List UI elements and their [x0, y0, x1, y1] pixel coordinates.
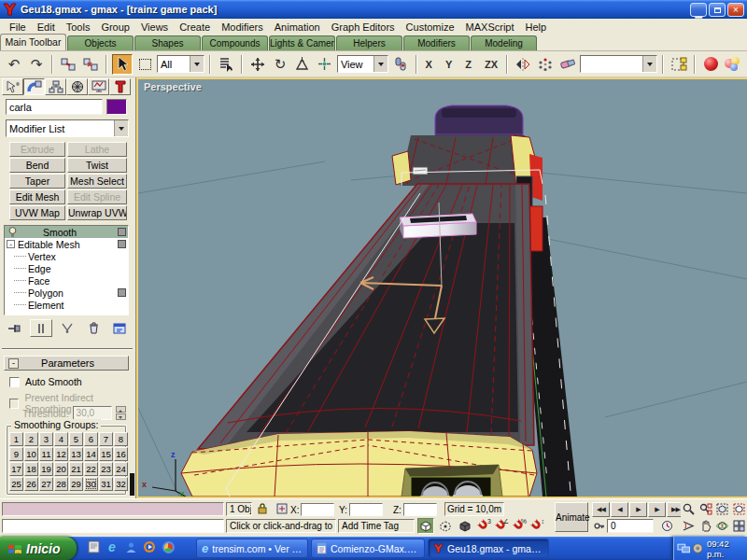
- percent-snap-button[interactable]: %: [510, 518, 527, 534]
- smoothing-group-25-button[interactable]: 25: [9, 477, 23, 491]
- smoothing-group-29-button[interactable]: 29: [69, 477, 83, 491]
- configure-modifier-sets-icon[interactable]: [108, 319, 131, 337]
- menu-views[interactable]: Views: [135, 21, 174, 34]
- stack-swatch-icon[interactable]: [118, 240, 126, 248]
- select-object-icon[interactable]: [112, 54, 133, 75]
- smoothing-group-6-button[interactable]: 6: [84, 432, 98, 446]
- object-color-swatch[interactable]: [106, 99, 127, 115]
- viewport-canvas[interactable]: z x y: [138, 79, 747, 497]
- browser-orb-icon[interactable]: [161, 539, 176, 554]
- stack-row-editable-mesh[interactable]: -Editable Mesh: [5, 238, 128, 250]
- select-by-name-icon[interactable]: [216, 54, 236, 75]
- taskbar-task-geu18-gmax-gmax[interactable]: Geu18.gmax - gmax -...: [428, 539, 549, 558]
- menu-animation[interactable]: Animation: [269, 21, 326, 34]
- internet-explorer-icon[interactable]: e: [105, 539, 120, 554]
- menu-tools[interactable]: Tools: [61, 21, 96, 34]
- menu-group[interactable]: Group: [95, 21, 135, 34]
- angle-snap-button[interactable]: ∠: [492, 518, 509, 534]
- min-max-toggle-icon[interactable]: [731, 518, 747, 534]
- bend-button[interactable]: Bend: [9, 158, 65, 173]
- reference-coordinate-dropdown[interactable]: View: [337, 55, 388, 73]
- toolbar-tab-compounds[interactable]: Compounds: [202, 35, 268, 50]
- select-and-move-icon[interactable]: [247, 54, 268, 75]
- smoothing-group-18-button[interactable]: 18: [24, 462, 38, 476]
- redo-icon[interactable]: ↷: [26, 54, 47, 75]
- selection-region-icon[interactable]: [134, 54, 155, 75]
- restore-button[interactable]: [709, 3, 726, 17]
- utilities-tab-icon[interactable]: [109, 78, 131, 95]
- schematic-view-icon[interactable]: [669, 54, 689, 75]
- toolbar-tab-modeling[interactable]: Modeling: [471, 35, 537, 50]
- modifier-bulb-icon[interactable]: [8, 227, 17, 238]
- smoothing-group-11-button[interactable]: 11: [39, 447, 53, 461]
- select-and-link-icon[interactable]: [58, 54, 78, 75]
- taper-button[interactable]: Taper: [9, 174, 65, 189]
- stack-row-face[interactable]: Face: [5, 274, 128, 287]
- toolbar-tab-main-toolbar[interactable]: Main Toolbar: [0, 34, 66, 50]
- network-monitors-icon[interactable]: [677, 542, 690, 554]
- maxscript-listener-white[interactable]: [2, 519, 224, 533]
- add-time-tag[interactable]: Add Time Tag: [338, 519, 415, 533]
- start-button[interactable]: Inicio: [0, 537, 77, 560]
- minimize-button[interactable]: ▁: [690, 3, 707, 17]
- smoothing-group-12-button[interactable]: 12: [54, 447, 68, 461]
- panel-scrollbar[interactable]: [130, 473, 134, 496]
- smoothing-group-10-button[interactable]: 10: [24, 447, 38, 461]
- auto-smooth-checkbox[interactable]: [9, 377, 20, 387]
- previous-frame-button[interactable]: ◀: [611, 502, 628, 517]
- axis-constraint-zx-button[interactable]: ZX: [481, 57, 501, 72]
- snap-toggle-icon[interactable]: [417, 518, 434, 534]
- messenger-icon[interactable]: [123, 539, 138, 554]
- smoothing-group-14-button[interactable]: 14: [84, 447, 98, 461]
- create-tab-icon[interactable]: [2, 78, 23, 95]
- unwrap-uvw-button[interactable]: Unwrap UVW: [67, 205, 127, 220]
- spinner-snap-button[interactable]: ↕: [528, 518, 544, 534]
- stack-swatch-icon[interactable]: [118, 228, 126, 236]
- media-player-icon[interactable]: [142, 539, 157, 554]
- select-and-rotate-icon[interactable]: ↻: [270, 54, 290, 75]
- dropdown-arrow-icon[interactable]: [114, 120, 128, 136]
- animate-button[interactable]: Animate: [555, 502, 588, 532]
- smoothing-group-4-button[interactable]: 4: [54, 432, 68, 446]
- next-frame-button[interactable]: ▶: [648, 502, 666, 517]
- dropdown-arrow-icon[interactable]: [642, 56, 656, 72]
- smoothing-group-27-button[interactable]: 27: [39, 477, 53, 491]
- absolute-offset-toggle-icon[interactable]: [275, 501, 289, 516]
- remove-modifier-icon[interactable]: [82, 319, 105, 337]
- mesh-select-button[interactable]: Mesh Select: [67, 174, 127, 189]
- smoothing-group-16-button[interactable]: 16: [114, 447, 128, 461]
- document-icon[interactable]: [86, 539, 101, 554]
- taskbar-task-comienzo-gmax-txt[interactable]: Comienzo-GMax.txt -...: [311, 539, 425, 558]
- menu-customize[interactable]: Customize: [401, 21, 460, 34]
- menu-maxscript[interactable]: MAXScript: [460, 21, 520, 34]
- unlink-selection-icon[interactable]: [80, 54, 101, 75]
- snap-toggle-3d-button[interactable]: 3: [474, 518, 491, 534]
- stack-row-vertex[interactable]: Vertex: [5, 250, 128, 262]
- selection-filter-dropdown[interactable]: All: [157, 55, 204, 73]
- toolbar-tab-modifiers[interactable]: Modifiers: [403, 35, 470, 50]
- uvw-map-button[interactable]: UVW Map: [9, 205, 65, 220]
- smoothing-group-15-button[interactable]: 15: [99, 447, 113, 461]
- smoothing-group-31-button[interactable]: 31: [99, 477, 113, 491]
- smoothing-group-23-button[interactable]: 23: [99, 462, 113, 476]
- twist-button[interactable]: Twist: [67, 158, 127, 173]
- stack-row-element[interactable]: Element: [5, 299, 128, 311]
- show-end-result-icon[interactable]: [30, 319, 52, 337]
- stack-row-smooth[interactable]: Smooth: [5, 226, 128, 238]
- axis-constraint-z-button[interactable]: Z: [461, 57, 475, 72]
- smoothing-group-26-button[interactable]: 26: [24, 477, 38, 491]
- axis-constraint-y-button[interactable]: Y: [442, 57, 456, 72]
- smoothing-group-30-button[interactable]: 30: [84, 477, 98, 491]
- menu-graph-editors[interactable]: Graph Editors: [326, 21, 401, 34]
- toolbar-tab-lights-cameras[interactable]: Lights & Cameras: [269, 35, 335, 50]
- material-editor-icon[interactable]: [700, 54, 721, 75]
- pan-hand-icon[interactable]: [698, 518, 713, 534]
- modify-tab-icon[interactable]: [23, 78, 45, 95]
- x-coord-field[interactable]: [301, 503, 334, 516]
- array-icon[interactable]: [535, 54, 556, 75]
- menu-create[interactable]: Create: [174, 21, 216, 34]
- snap-dark-cube-icon[interactable]: [457, 518, 473, 534]
- selection-lock-icon[interactable]: [255, 501, 270, 516]
- smoothing-group-7-button[interactable]: 7: [99, 432, 113, 446]
- current-frame-field[interactable]: [607, 519, 654, 533]
